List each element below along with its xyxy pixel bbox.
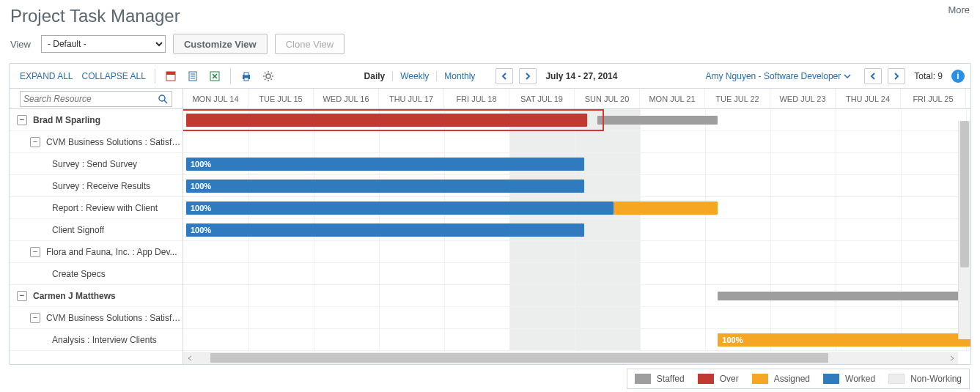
- date-prev-button[interactable]: [495, 68, 513, 84]
- timeline-header-cell: FRI JUL 25: [901, 89, 966, 108]
- timeline-header-cell: SAT JUL 19: [509, 89, 575, 108]
- resource-tree-pane: −Brad M Sparling−CVM Business Solutions …: [10, 89, 183, 364]
- tree-row[interactable]: −Brad M Sparling: [10, 109, 183, 131]
- timeline-header-cell: WED JUL 23: [770, 89, 836, 108]
- expander-icon[interactable]: −: [30, 137, 40, 147]
- chevron-down-icon: [844, 74, 851, 78]
- gantt-row: [183, 263, 970, 285]
- tree-row[interactable]: Report : Review with Client: [10, 197, 183, 219]
- tree-row-label: Survey : Send Survey: [52, 159, 137, 169]
- excel-export-icon[interactable]: [208, 70, 221, 83]
- separator: [155, 69, 155, 84]
- gantt-bar-worked[interactable]: 100%: [186, 158, 584, 171]
- separator: [230, 69, 231, 84]
- expander-icon[interactable]: −: [17, 291, 27, 301]
- tree-row-label: Report : Review with Client: [52, 203, 158, 213]
- tree-row-label: Client Signoff: [52, 225, 104, 235]
- gantt-bar-staffed[interactable]: [597, 116, 718, 125]
- legend-swatch-assigned: [752, 374, 768, 384]
- timeline-header-cell: MON JUL 14: [183, 89, 248, 108]
- total-label: Total: 9: [908, 71, 948, 81]
- doc-export-icon[interactable]: [186, 70, 199, 83]
- bar-percent-label: 100%: [191, 182, 211, 191]
- timeline-header-cell: MON JUL 21: [640, 89, 705, 108]
- toolbar: EXPAND ALL COLLAPSE ALL Daily Weekly Mon…: [10, 64, 970, 89]
- bar-percent-label: 100%: [191, 204, 211, 212]
- gantt-row: [183, 307, 970, 329]
- svg-rect-5: [244, 73, 248, 75]
- tree-row-label: Analysis : Interview Clients: [52, 335, 157, 345]
- gantt-bar-worked[interactable]: 100%: [186, 180, 584, 193]
- gantt-bar-assigned[interactable]: [614, 201, 718, 215]
- timeline-header-cell: SUN JUL 20: [575, 89, 640, 108]
- search-icon[interactable]: [157, 93, 169, 105]
- more-link[interactable]: More: [948, 4, 970, 15]
- tree-row[interactable]: −CVM Business Solutions : Satisfa...: [10, 131, 183, 153]
- view-mode-daily[interactable]: Daily: [357, 71, 393, 81]
- print-icon[interactable]: [240, 70, 253, 83]
- gantt-bar-worked[interactable]: 100%: [186, 223, 584, 237]
- tree-row-label: Brad M Sparling: [33, 115, 100, 125]
- svg-point-7: [266, 74, 270, 78]
- gantt-row: [183, 131, 970, 153]
- expander-icon[interactable]: −: [30, 247, 40, 257]
- timeline-header-cell: FRI JUL 18: [444, 89, 509, 108]
- tree-row[interactable]: Create Specs: [10, 263, 183, 285]
- scroll-right-icon[interactable]: [946, 352, 958, 364]
- bar-percent-label: 100%: [722, 336, 743, 344]
- date-range-label: July 14 - 27, 2014: [539, 71, 623, 81]
- expander-icon[interactable]: −: [17, 115, 27, 125]
- tree-row-label: Carmen J Matthews: [33, 291, 116, 301]
- svg-point-8: [159, 95, 165, 101]
- tree-row-label: Flora and Fauna, Inc. : App Dev...: [46, 247, 177, 257]
- tree-row[interactable]: Analysis : Interview Clients: [10, 329, 183, 351]
- tree-row[interactable]: Client Signoff: [10, 219, 183, 241]
- vertical-scrollbar[interactable]: [958, 121, 970, 339]
- gantt-bar-worked[interactable]: 100%: [186, 201, 614, 215]
- customize-view-button[interactable]: Customize View: [173, 34, 268, 54]
- tree-row-label: Survey : Receive Results: [52, 181, 150, 191]
- tree-row[interactable]: −CVM Business Solutions : Satisfa...: [10, 307, 183, 329]
- gear-icon[interactable]: [262, 70, 275, 83]
- timeline-header-cell: THU JUL 24: [836, 89, 901, 108]
- timeline-header-cell: THU JUL 17: [379, 89, 444, 108]
- legend-swatch-nonworking: [888, 374, 905, 384]
- expander-icon[interactable]: −: [30, 313, 40, 323]
- horizontal-scrollbar[interactable]: [183, 352, 958, 364]
- scroll-left-icon[interactable]: [183, 352, 196, 364]
- timeline-header-cell: WED JUL 16: [314, 89, 379, 108]
- svg-rect-6: [244, 78, 248, 81]
- gantt-bar-staffed[interactable]: [718, 292, 970, 300]
- tree-row[interactable]: Survey : Send Survey: [10, 153, 183, 175]
- gantt-bar-over[interactable]: [186, 114, 587, 127]
- tree-row[interactable]: Survey : Receive Results: [10, 175, 183, 197]
- timeline-header-cell: TUE JUL 15: [248, 89, 314, 108]
- tree-row-label: Create Specs: [52, 269, 106, 279]
- gantt-bar-assigned[interactable]: 100%: [718, 333, 970, 347]
- tree-row[interactable]: −Carmen J Matthews: [10, 285, 183, 307]
- legend-swatch-over: [698, 374, 714, 384]
- user-dropdown[interactable]: Amy Nguyen - Software Developer: [701, 71, 856, 81]
- legend-swatch-staffed: [635, 374, 651, 384]
- view-label: View: [10, 39, 31, 50]
- svg-rect-1: [166, 72, 175, 75]
- pdf-export-icon[interactable]: [164, 70, 177, 83]
- collapse-all-link[interactable]: COLLAPSE ALL: [77, 71, 150, 81]
- bar-percent-label: 100%: [191, 226, 211, 234]
- view-mode-weekly[interactable]: Weekly: [393, 71, 436, 81]
- legend: Staffed Over Assigned Worked Non-Working: [627, 369, 970, 389]
- view-select[interactable]: - Default -: [41, 35, 166, 53]
- timeline-header-cell: TUE JUL 22: [705, 89, 770, 108]
- user-next-button[interactable]: [888, 68, 905, 84]
- expand-all-link[interactable]: EXPAND ALL: [15, 71, 77, 81]
- date-next-button[interactable]: [519, 68, 537, 84]
- user-prev-button[interactable]: [864, 68, 882, 84]
- bar-percent-label: 100%: [191, 160, 211, 169]
- timeline-pane: MON JUL 14TUE JUL 15WED JUL 16THU JUL 17…: [183, 89, 970, 364]
- gantt-row: [183, 241, 970, 263]
- search-input[interactable]: [23, 94, 157, 104]
- tree-row[interactable]: −Flora and Fauna, Inc. : App Dev...: [10, 241, 183, 263]
- view-mode-monthly[interactable]: Monthly: [437, 71, 482, 81]
- legend-swatch-worked: [823, 374, 839, 384]
- info-icon[interactable]: i: [951, 70, 965, 83]
